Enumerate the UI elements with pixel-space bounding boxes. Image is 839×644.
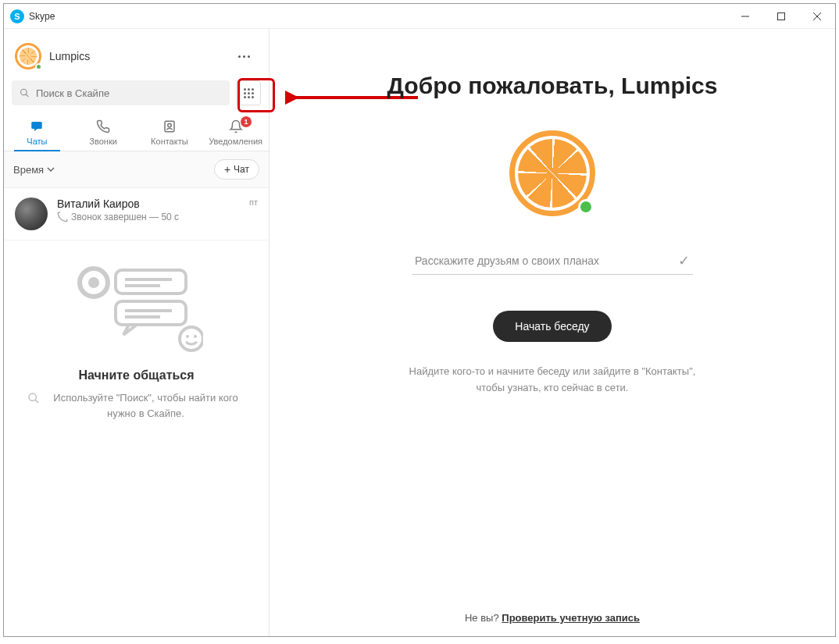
close-button[interactable] xyxy=(799,4,835,29)
status-online-icon xyxy=(35,63,42,70)
new-chat-label: Чат xyxy=(234,164,249,175)
svg-point-20 xyxy=(194,335,197,338)
filter-label-text: Время xyxy=(13,164,44,176)
new-chat-button[interactable]: + Чат xyxy=(214,159,259,180)
more-menu-button[interactable] xyxy=(230,44,258,68)
chat-list-item[interactable]: Виталий Каиров Звонок завершен — 50 с пт xyxy=(4,188,269,240)
svg-point-19 xyxy=(186,335,189,338)
status-placeholder: Расскажите друзьям о своих планах xyxy=(415,254,599,267)
tab-chats[interactable]: Чаты xyxy=(4,113,70,151)
help-text: Найдите кого-то и начните беседу или зай… xyxy=(396,364,709,397)
tab-notifications[interactable]: 1 Уведомления xyxy=(202,113,269,151)
nav-tabs: Чаты Звонки Контакты xyxy=(4,113,269,151)
chevron-down-icon xyxy=(47,165,55,173)
profile-avatar-large[interactable] xyxy=(509,130,595,216)
svg-point-11 xyxy=(88,277,99,288)
footer: Не вы? Проверить учетную запись xyxy=(270,612,835,624)
verify-account-link[interactable]: Проверить учетную запись xyxy=(502,612,640,624)
search-icon xyxy=(27,392,40,404)
svg-rect-7 xyxy=(32,122,43,129)
empty-illustration-icon xyxy=(70,261,203,354)
contacts-icon xyxy=(162,119,177,133)
call-ended-icon xyxy=(57,212,68,222)
welcome-heading: Добро пожаловать, Lumpics xyxy=(387,73,718,99)
profile-name[interactable]: Lumpics xyxy=(49,50,90,62)
window-title: Skype xyxy=(29,11,55,22)
svg-point-18 xyxy=(180,327,203,350)
avatar[interactable] xyxy=(15,43,41,69)
tab-calls[interactable]: Звонки xyxy=(70,113,137,151)
profile-row: Lumpics xyxy=(4,29,269,80)
svg-line-22 xyxy=(35,400,38,403)
empty-state-text: Используйте "Поиск", чтобы найти кого ну… xyxy=(27,390,245,421)
filter-dropdown[interactable]: Время xyxy=(13,164,55,176)
svg-rect-1 xyxy=(778,12,785,20)
svg-line-6 xyxy=(26,94,28,97)
svg-rect-12 xyxy=(116,270,186,294)
svg-point-9 xyxy=(168,123,172,127)
start-conversation-button[interactable]: Начать беседу xyxy=(493,311,611,342)
footer-question: Не вы? xyxy=(465,612,499,624)
dialpad-icon xyxy=(244,88,254,98)
dialpad-button[interactable] xyxy=(236,80,261,105)
sidebar: Lumpics xyxy=(4,29,270,636)
window-controls xyxy=(727,4,835,29)
contact-name: Виталий Каиров xyxy=(57,197,240,210)
contact-avatar xyxy=(15,197,48,230)
search-input[interactable] xyxy=(12,80,230,105)
chat-icon xyxy=(30,119,44,133)
plus-icon: + xyxy=(224,163,230,176)
phone-icon xyxy=(96,119,110,133)
tab-contacts[interactable]: Контакты xyxy=(137,113,203,151)
notification-badge: 1 xyxy=(241,116,252,127)
tab-label: Звонки xyxy=(89,137,117,146)
empty-state: Начните общаться Используйте "Поиск", чт… xyxy=(4,240,269,436)
main-area: Добро пожаловать, Lumpics Расскажите дру… xyxy=(270,29,835,636)
skype-logo-icon: S xyxy=(10,9,24,23)
empty-state-title: Начните общаться xyxy=(78,368,194,382)
search-row xyxy=(4,80,269,105)
search-icon xyxy=(20,87,30,98)
minimize-button[interactable] xyxy=(727,4,763,29)
status-online-icon xyxy=(578,199,594,215)
tab-label: Уведомления xyxy=(209,137,262,146)
check-icon: ✓ xyxy=(678,252,690,269)
svg-point-5 xyxy=(21,89,27,95)
svg-point-21 xyxy=(29,393,36,400)
search-field[interactable] xyxy=(36,87,222,99)
app-window: S Skype Lumpics xyxy=(3,3,836,637)
tab-label: Контакты xyxy=(151,137,188,146)
maximize-button[interactable] xyxy=(763,4,799,29)
filter-row: Время + Чат xyxy=(4,151,269,188)
titlebar: S Skype xyxy=(4,4,835,29)
status-message-input[interactable]: Расскажите друзьям о своих планах ✓ xyxy=(412,247,693,275)
tab-label: Чаты xyxy=(27,137,47,146)
chat-time: пт xyxy=(249,197,258,207)
chat-subtitle: Звонок завершен — 50 с xyxy=(57,212,240,222)
svg-rect-15 xyxy=(116,301,186,325)
